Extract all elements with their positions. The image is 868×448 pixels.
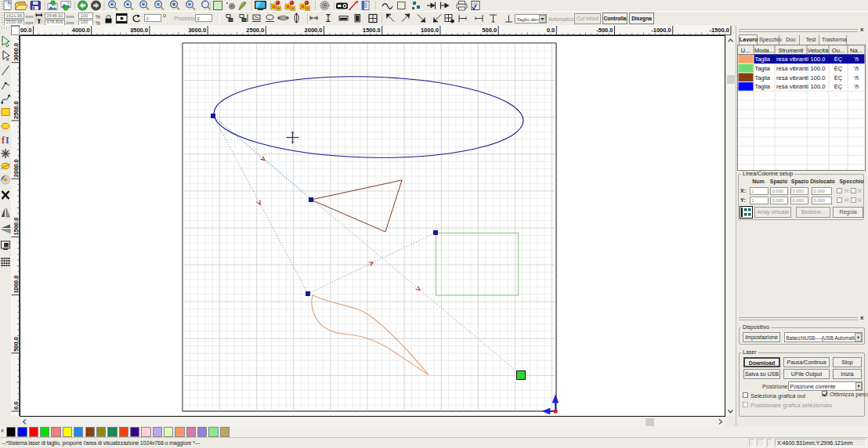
- svg-text:Taglia: Taglia: [754, 83, 770, 90]
- svg-text:resa vibranti: resa vibranti: [776, 83, 808, 90]
- svg-text:resa vibranti: resa vibranti: [776, 56, 808, 63]
- svg-text:resa vibranti: resa vibranti: [776, 65, 808, 72]
- svg-text:’ñ: ’ñ: [854, 74, 859, 81]
- svg-text:100.0: 100.0: [811, 74, 826, 81]
- svg-text:100.0: 100.0: [811, 83, 826, 90]
- svg-text:Taglia: Taglia: [754, 65, 770, 72]
- svg-text:Taglia: Taglia: [754, 56, 770, 63]
- svg-text:Strumenti: Strumenti: [778, 47, 803, 54]
- svg-text:’ñ: ’ñ: [854, 65, 859, 72]
- svg-text:ËÇ: ËÇ: [834, 74, 843, 81]
- svg-text:’ñ: ’ñ: [854, 56, 859, 63]
- svg-text:U...: U...: [741, 47, 750, 54]
- svg-text:ËÇ: ËÇ: [834, 83, 843, 90]
- svg-text:resa vibranti: resa vibranti: [776, 74, 808, 81]
- svg-text:Taglia: Taglia: [754, 74, 770, 81]
- svg-text:Ou...: Ou...: [832, 47, 844, 54]
- svg-text:ËÇ: ËÇ: [834, 56, 843, 63]
- svg-text:Velocità: Velocità: [808, 47, 829, 54]
- svg-text:Moda...: Moda...: [754, 47, 774, 54]
- svg-text:Na...: Na...: [850, 47, 863, 54]
- svg-text:ËÇ: ËÇ: [834, 65, 843, 72]
- svg-text:100.0: 100.0: [811, 65, 826, 72]
- svg-text:’ñ: ’ñ: [854, 83, 859, 90]
- svg-text:100.0: 100.0: [811, 56, 826, 63]
